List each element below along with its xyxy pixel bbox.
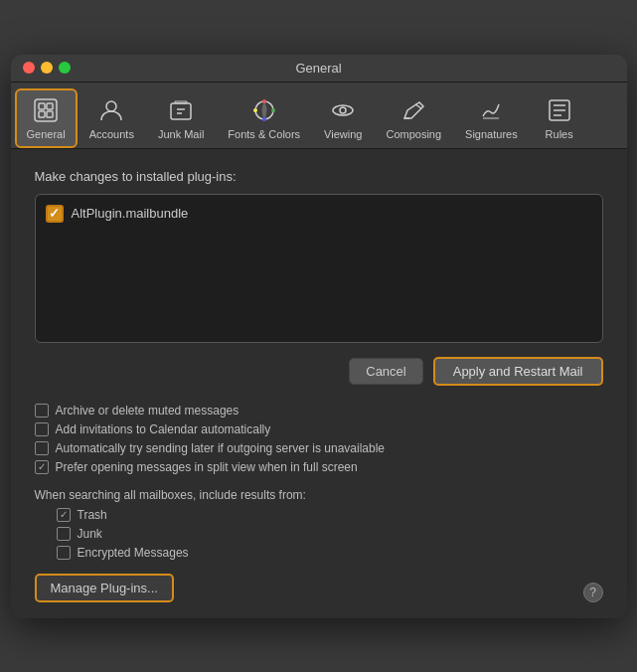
- label-split-view: Prefer opening messages in split view wh…: [56, 460, 358, 474]
- checkbox-archive[interactable]: [35, 404, 49, 418]
- checkbox-invitations[interactable]: [35, 422, 49, 436]
- close-button[interactable]: [23, 62, 35, 74]
- svg-rect-1: [39, 103, 45, 109]
- toolbar-item-viewing[interactable]: Viewing: [312, 88, 374, 148]
- toolbar-item-rules[interactable]: Rules: [530, 88, 589, 148]
- junk-mail-icon: [165, 94, 197, 126]
- checkbox-sending[interactable]: [35, 441, 49, 455]
- action-buttons: Cancel Apply and Restart Mail: [35, 357, 603, 386]
- checkbox-encrypted[interactable]: [57, 546, 71, 560]
- svg-rect-0: [35, 99, 57, 121]
- option-split-view: Prefer opening messages in split view wh…: [35, 460, 603, 474]
- options-section: Archive or delete muted messages Add inv…: [35, 404, 603, 474]
- toolbar-item-composing[interactable]: Composing: [374, 88, 453, 148]
- bottom-row: Manage Plug-ins... ?: [35, 574, 603, 602]
- search-options: Trash Junk Encrypted Messages: [57, 508, 603, 560]
- general-icon: [30, 94, 62, 126]
- svg-point-11: [271, 108, 275, 112]
- toolbar-label-junk-mail: Junk Mail: [158, 128, 204, 140]
- svg-line-16: [415, 104, 421, 108]
- search-section: When searching all mailboxes, include re…: [35, 488, 603, 560]
- svg-point-15: [340, 107, 346, 113]
- signatures-icon: [475, 94, 507, 126]
- search-option-trash: Trash: [57, 508, 603, 522]
- main-window: General General Accoun: [11, 55, 627, 618]
- toolbar-label-rules: Rules: [546, 128, 573, 140]
- option-archive: Archive or delete muted messages: [35, 404, 603, 418]
- toolbar-label-composing: Composing: [386, 128, 441, 140]
- checkbox-trash[interactable]: [57, 508, 71, 522]
- fonts-colors-icon: [248, 94, 280, 126]
- search-section-title: When searching all mailboxes, include re…: [35, 488, 603, 502]
- svg-point-13: [253, 108, 257, 112]
- svg-point-12: [262, 117, 266, 121]
- label-sending: Automatically try sending later if outgo…: [56, 441, 386, 455]
- viewing-icon: [327, 94, 359, 126]
- label-archive: Archive or delete muted messages: [56, 404, 239, 418]
- help-icon[interactable]: ?: [583, 583, 603, 602]
- toolbar-item-fonts-colors[interactable]: Fonts & Colors: [216, 88, 312, 148]
- manage-plugins-button[interactable]: Manage Plug-ins...: [35, 574, 174, 602]
- apply-restart-button[interactable]: Apply and Restart Mail: [433, 357, 603, 386]
- cancel-button[interactable]: Cancel: [349, 358, 422, 385]
- titlebar: General: [11, 55, 627, 83]
- maximize-button[interactable]: [59, 62, 71, 74]
- svg-point-10: [262, 99, 266, 103]
- plugin-item: AltPlugin.mailbundle: [46, 205, 592, 223]
- toolbar-item-signatures[interactable]: Signatures: [453, 88, 530, 148]
- toolbar: General Accounts Junk Mail: [11, 83, 627, 149]
- toolbar-label-general: General: [27, 128, 66, 140]
- toolbar-label-accounts: Accounts: [89, 128, 134, 140]
- toolbar-label-signatures: Signatures: [465, 128, 518, 140]
- accounts-icon: [95, 94, 127, 126]
- search-option-junk: Junk: [57, 527, 603, 541]
- search-option-encrypted: Encrypted Messages: [57, 546, 603, 560]
- svg-rect-2: [47, 103, 53, 109]
- toolbar-item-general[interactable]: General: [15, 88, 78, 148]
- label-junk: Junk: [78, 527, 102, 541]
- option-invitations: Add invitations to Calendar automaticall…: [35, 422, 603, 436]
- plugin-checkbox[interactable]: [46, 205, 64, 223]
- plugin-name: AltPlugin.mailbundle: [72, 206, 189, 221]
- traffic-lights: [23, 62, 71, 74]
- svg-rect-4: [47, 111, 53, 117]
- svg-rect-3: [39, 111, 45, 117]
- toolbar-item-accounts[interactable]: Accounts: [78, 88, 146, 148]
- option-sending: Automatically try sending later if outgo…: [35, 441, 603, 455]
- toolbar-label-viewing: Viewing: [324, 128, 362, 140]
- svg-rect-6: [171, 103, 191, 119]
- minimize-button[interactable]: [41, 62, 53, 74]
- window-title: General: [295, 61, 341, 76]
- plugins-list: AltPlugin.mailbundle: [35, 194, 603, 343]
- label-trash: Trash: [78, 508, 107, 522]
- toolbar-label-fonts-colors: Fonts & Colors: [228, 128, 300, 140]
- content-area: Make changes to installed plug-ins: AltP…: [11, 149, 627, 618]
- label-invitations: Add invitations to Calendar automaticall…: [56, 422, 271, 436]
- plugins-section-title: Make changes to installed plug-ins:: [35, 169, 603, 184]
- checkbox-junk[interactable]: [57, 527, 71, 541]
- svg-point-5: [106, 101, 116, 111]
- rules-icon: [544, 94, 575, 126]
- label-encrypted: Encrypted Messages: [78, 546, 189, 560]
- composing-icon: [398, 94, 429, 126]
- toolbar-item-junk-mail[interactable]: Junk Mail: [146, 88, 216, 148]
- checkbox-split-view[interactable]: [35, 460, 49, 474]
